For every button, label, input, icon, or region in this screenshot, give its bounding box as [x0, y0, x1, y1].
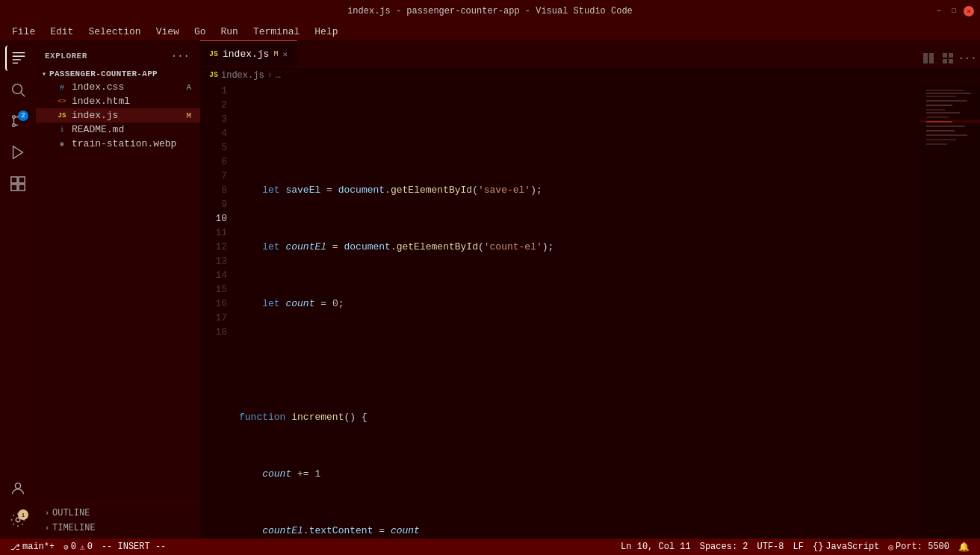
- line-num-18: 18: [200, 325, 227, 339]
- outline-toggle[interactable]: › OUTLINE: [36, 506, 200, 521]
- svg-rect-18: [926, 93, 971, 94]
- maximize-button[interactable]: □: [949, 6, 959, 16]
- tab-js-icon: JS: [209, 50, 218, 58]
- line-num-6: 6: [200, 155, 227, 169]
- svg-rect-17: [926, 90, 964, 91]
- file-index-html[interactable]: <> index.html: [36, 94, 200, 108]
- minimize-button[interactable]: −: [934, 6, 944, 16]
- menu-selection[interactable]: Selection: [82, 25, 146, 39]
- line-num-3: 3: [200, 112, 227, 126]
- minimap: [920, 84, 980, 539]
- status-position[interactable]: Ln 10, Col 11: [616, 539, 695, 555]
- svg-point-10: [15, 483, 20, 489]
- breadcrumb: JS index.js › …: [200, 67, 980, 84]
- window-title: index.js - passenger-counter-app - Visua…: [347, 6, 633, 16]
- status-mode: -- INSERT --: [97, 539, 170, 555]
- svg-line-1: [21, 93, 25, 96]
- line-num-13: 13: [200, 254, 227, 268]
- line-num-2: 2: [200, 98, 227, 112]
- warning-icon: ⚠: [80, 542, 85, 552]
- split-editor-button[interactable]: [920, 50, 937, 66]
- status-errors[interactable]: ⊘ 0 ⚠ 0: [59, 539, 97, 555]
- menu-run[interactable]: Run: [214, 25, 244, 39]
- tab-index-js[interactable]: JS index.js M ✕: [200, 40, 297, 66]
- folder-arrow: ▾: [42, 69, 46, 78]
- file-index-css[interactable]: # index.css A: [36, 80, 200, 94]
- line-num-16: 16: [200, 297, 227, 311]
- status-line-ending[interactable]: LF: [789, 539, 808, 555]
- menu-go[interactable]: Go: [188, 25, 212, 39]
- activity-run[interactable]: [5, 140, 31, 165]
- status-spaces[interactable]: Spaces: 2: [695, 539, 753, 555]
- menu-help[interactable]: Help: [308, 25, 344, 39]
- folder-passenger-counter-app[interactable]: ▾ PASSENGER-COUNTER-APP: [36, 68, 200, 80]
- activity-account[interactable]: [5, 476, 31, 501]
- status-language[interactable]: {} JavaScript: [808, 539, 884, 555]
- status-error-count: 0: [71, 542, 76, 552]
- code-line-3: let countEl = document.getElementById('c…: [239, 240, 920, 254]
- status-port[interactable]: ◎ Port: 5500: [884, 539, 954, 555]
- statusbar: ⎇ main*+ ⊘ 0 ⚠ 0 -- INSERT -- Ln 10, Col…: [0, 539, 980, 555]
- file-train-station[interactable]: ▣ train-station.webp: [36, 137, 200, 151]
- code-line-6: function increment() {: [239, 410, 920, 424]
- menu-view[interactable]: View: [150, 25, 185, 39]
- titlebar: index.js - passenger-counter-app - Visua…: [0, 0, 980, 22]
- file-name-js: index.js: [72, 110, 118, 121]
- menu-edit[interactable]: Edit: [44, 25, 79, 39]
- file-index-js[interactable]: JS index.js M: [36, 108, 200, 123]
- menu-file[interactable]: File: [6, 25, 41, 39]
- editor[interactable]: 1 2 3 4 5 6 7 8 9 10 11 12 13 14 15 16 1…: [200, 84, 980, 539]
- close-button[interactable]: ✕: [964, 6, 974, 16]
- outline-label: OUTLINE: [52, 508, 90, 518]
- status-port-icon: ◎: [888, 542, 893, 552]
- tab-close-button[interactable]: ✕: [282, 49, 288, 59]
- menubar: File Edit Selection View Go Run Terminal…: [0, 22, 980, 41]
- code-editor[interactable]: let saveEl = document.getElementById('sa…: [233, 84, 920, 539]
- status-spaces-text: Spaces: 2: [700, 542, 748, 552]
- activity-bar: 2 1: [0, 41, 36, 539]
- explorer-content: ▾ PASSENGER-COUNTER-APP # index.css A <>…: [36, 66, 200, 502]
- svg-point-0: [13, 84, 22, 94]
- menu-terminal[interactable]: Terminal: [247, 25, 306, 39]
- sidebar-more-button[interactable]: ···: [170, 49, 191, 63]
- main-layout: 2 1: [0, 41, 980, 539]
- svg-rect-30: [926, 139, 956, 140]
- html-file-icon: <>: [57, 98, 67, 105]
- sidebar-header: EXPLORER ···: [36, 41, 200, 66]
- js-file-icon: JS: [57, 112, 67, 120]
- sidebar: EXPLORER ··· ▾ PASSENGER-COUNTER-APP # i…: [36, 41, 200, 539]
- outline-arrow: ›: [45, 509, 49, 518]
- line-num-15: 15: [200, 282, 227, 297]
- minimap-visualization: [920, 84, 980, 339]
- code-line-8: countEl.textContent = count: [239, 524, 920, 538]
- status-encoding[interactable]: UTF-8: [753, 539, 789, 555]
- sidebar-outline-section: › OUTLINE › TIMELINE: [36, 502, 200, 539]
- line-num-4: 4: [200, 126, 227, 140]
- activity-source-control[interactable]: 2: [5, 108, 31, 134]
- svg-rect-24: [926, 117, 949, 118]
- status-port-text: Port: 5500: [896, 542, 949, 552]
- line-num-14: 14: [200, 268, 227, 282]
- activity-settings[interactable]: 1: [5, 507, 31, 533]
- status-curly-icon: {}: [813, 542, 823, 552]
- bell-icon: 🔔: [958, 542, 970, 553]
- editor-layout-button[interactable]: [940, 50, 956, 66]
- line-numbers: 1 2 3 4 5 6 7 8 9 10 11 12 13 14 15 16 1…: [200, 84, 233, 539]
- breadcrumb-file[interactable]: index.js: [221, 70, 264, 81]
- file-readme[interactable]: i README.md: [36, 123, 200, 137]
- status-notifications[interactable]: 🔔: [954, 539, 974, 555]
- status-branch[interactable]: ⎇ main*+: [6, 539, 59, 555]
- status-encoding-text: UTF-8: [757, 542, 784, 552]
- breadcrumb-context[interactable]: …: [276, 70, 281, 81]
- svg-rect-9: [19, 185, 25, 190]
- timeline-label: TIMELINE: [52, 523, 96, 533]
- svg-rect-7: [19, 177, 25, 183]
- svg-point-4: [13, 124, 16, 127]
- activity-explorer[interactable]: [5, 46, 31, 71]
- more-actions-button[interactable]: ···: [959, 50, 976, 66]
- timeline-toggle[interactable]: › TIMELINE: [36, 521, 200, 536]
- timeline-arrow: ›: [45, 524, 49, 533]
- line-num-12: 12: [200, 240, 227, 254]
- activity-search[interactable]: [5, 77, 31, 102]
- activity-extensions[interactable]: [5, 171, 31, 196]
